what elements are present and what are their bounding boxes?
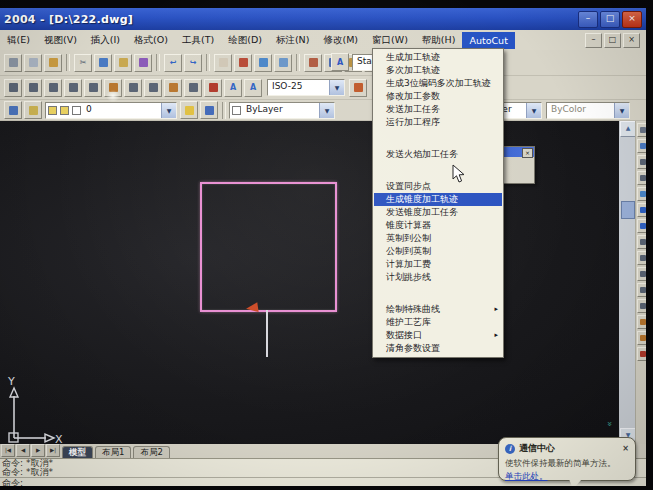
drawn-rectangle[interactable] bbox=[200, 182, 337, 312]
print-icon[interactable] bbox=[4, 54, 22, 72]
tab-next-button[interactable]: ▶ bbox=[31, 444, 45, 457]
menuitem-multipass-toolpath[interactable]: 多次加工轨迹 bbox=[374, 64, 502, 77]
print-preview-icon[interactable] bbox=[24, 54, 42, 72]
find-icon[interactable] bbox=[304, 54, 322, 72]
dim-baseline-icon[interactable] bbox=[124, 79, 142, 97]
scroll-up-button[interactable]: ▲ bbox=[620, 121, 636, 137]
pan-realtime-icon[interactable] bbox=[214, 54, 232, 72]
array-icon[interactable] bbox=[637, 187, 646, 201]
zoom-realtime-icon[interactable] bbox=[234, 54, 252, 72]
mdi-minimize-button[interactable]: – bbox=[585, 33, 602, 48]
layers-icon[interactable] bbox=[24, 101, 42, 119]
menu-draw[interactable]: 绘图(D) bbox=[221, 31, 269, 50]
menuitem-imperial-to-metric[interactable]: 英制到公制 bbox=[374, 232, 502, 245]
explode-icon[interactable] bbox=[637, 347, 646, 361]
menu-autocut[interactable]: AutoCut bbox=[462, 32, 514, 49]
vertical-scrollbar[interactable]: ▲ ▼ bbox=[619, 121, 635, 444]
tab-first-button[interactable]: |◀ bbox=[1, 444, 15, 457]
publish-icon[interactable] bbox=[44, 54, 62, 72]
dim-radius-icon[interactable] bbox=[64, 79, 82, 97]
dim-text-edit-icon[interactable]: A bbox=[244, 79, 262, 97]
menuitem-draw-special-curves[interactable]: 绘制特殊曲线 bbox=[374, 303, 502, 316]
menu-insert[interactable]: 插入(I) bbox=[84, 31, 127, 50]
menu-tools[interactable]: 工具(T) bbox=[175, 31, 221, 50]
menuitem-maintain-process-library[interactable]: 维护工艺库 bbox=[374, 316, 502, 329]
menuitem-data-interface[interactable]: 数据接口 bbox=[374, 329, 502, 342]
menu-view[interactable]: 视图(V) bbox=[37, 31, 84, 50]
text-style-manager-icon[interactable]: A bbox=[331, 53, 349, 71]
layer-previous-icon[interactable] bbox=[200, 101, 218, 119]
make-object-layer-current-icon[interactable] bbox=[180, 101, 198, 119]
dim-aligned-icon[interactable] bbox=[24, 79, 42, 97]
cut-icon[interactable]: ✂ bbox=[74, 54, 92, 72]
tray-chevron-icon[interactable]: » bbox=[604, 418, 616, 431]
menu-modify[interactable]: 修改(M) bbox=[316, 31, 365, 50]
dim-linear-icon[interactable] bbox=[4, 79, 22, 97]
menuitem-plan-jump-line[interactable]: 计划跳步线 bbox=[374, 271, 502, 284]
minimize-button[interactable]: – bbox=[578, 11, 598, 28]
chevron-down-icon[interactable]: ▼ bbox=[329, 80, 344, 95]
menuitem-corner-cleanup-params[interactable]: 清角参数设置 bbox=[374, 342, 502, 355]
menuitem-metric-to-imperial[interactable]: 公制到英制 bbox=[374, 245, 502, 258]
balloon-close-icon[interactable]: × bbox=[622, 444, 629, 453]
menu-help[interactable]: 帮助(H) bbox=[415, 31, 463, 50]
menuitem-taper-calculator[interactable]: 锥度计算器 bbox=[374, 219, 502, 232]
dim-continue-icon[interactable] bbox=[144, 79, 162, 97]
menu-edit[interactable]: 辑(E) bbox=[0, 31, 37, 50]
move-icon[interactable] bbox=[637, 203, 646, 217]
copy-icon[interactable] bbox=[94, 54, 112, 72]
tab-layout2[interactable]: 布局2 bbox=[133, 446, 169, 458]
dim-angular-icon[interactable] bbox=[84, 79, 102, 97]
scrollbar-thumb[interactable] bbox=[621, 201, 635, 219]
menuitem-send-machining-job[interactable]: 发送加工任务 bbox=[374, 103, 502, 116]
menu-window[interactable]: 窗口(W) bbox=[365, 31, 415, 50]
menuitem-generate-toolpath[interactable]: 生成加工轨迹 bbox=[374, 51, 502, 64]
tolerance-icon[interactable] bbox=[184, 79, 202, 97]
menu-format[interactable]: 格式(O) bbox=[127, 31, 175, 50]
dim-update-icon[interactable] bbox=[349, 79, 367, 97]
zoom-previous-icon[interactable] bbox=[274, 54, 292, 72]
balloon-link[interactable]: 单击此处。 bbox=[505, 471, 629, 483]
quick-dimension-icon[interactable] bbox=[104, 79, 122, 97]
restore-button[interactable]: □ bbox=[600, 11, 620, 28]
menuitem-generate-taper-toolpath[interactable]: 生成锥度加工轨迹 bbox=[374, 193, 502, 206]
chevron-down-icon[interactable]: ▼ bbox=[614, 103, 629, 118]
tab-last-button[interactable]: ▶| bbox=[46, 444, 60, 457]
chevron-down-icon[interactable]: ▼ bbox=[319, 103, 334, 118]
mdi-restore-button[interactable]: □ bbox=[604, 33, 621, 48]
undo-icon[interactable]: ↩ bbox=[164, 54, 182, 72]
menuitem-modify-machining-params[interactable]: 修改加工参数 bbox=[374, 90, 502, 103]
chevron-down-icon[interactable]: ▼ bbox=[161, 103, 176, 118]
menuitem-run-machining-program[interactable]: 运行加工程序 bbox=[374, 116, 502, 129]
center-mark-icon[interactable] bbox=[204, 79, 222, 97]
match-properties-icon[interactable] bbox=[134, 54, 152, 72]
layer-combo[interactable]: 0 ▼ bbox=[45, 102, 177, 119]
menuitem-send-taper-job[interactable]: 发送锥度加工任务 bbox=[374, 206, 502, 219]
stretch-icon[interactable] bbox=[637, 251, 646, 265]
rotate-icon[interactable] bbox=[637, 219, 646, 233]
copy-object-icon[interactable] bbox=[637, 139, 646, 153]
dim-ordinate-icon[interactable] bbox=[44, 79, 62, 97]
menuitem-calculate-cost[interactable]: 计算加工费 bbox=[374, 258, 502, 271]
break-icon[interactable] bbox=[637, 299, 646, 313]
scale-icon[interactable] bbox=[637, 235, 646, 249]
offset-icon[interactable] bbox=[637, 171, 646, 185]
mdi-close-button[interactable]: × bbox=[623, 33, 640, 48]
tab-model[interactable]: 模型 bbox=[62, 446, 93, 458]
mirror-icon[interactable] bbox=[637, 155, 646, 169]
menuitem-set-sync-point[interactable]: 设置同步点 bbox=[374, 180, 502, 193]
chamfer-icon[interactable] bbox=[637, 315, 646, 329]
dim-style-combo[interactable]: ISO-25 ▼ bbox=[267, 79, 345, 96]
menu-dimension[interactable]: 标注(N) bbox=[269, 31, 317, 50]
close-button[interactable]: × bbox=[622, 11, 642, 28]
color-combo[interactable]: ByLayer ▼ bbox=[229, 102, 335, 119]
paste-icon[interactable] bbox=[114, 54, 132, 72]
close-icon[interactable]: × bbox=[522, 148, 533, 158]
tab-prev-button[interactable]: ◀ bbox=[16, 444, 30, 457]
quick-leader-icon[interactable] bbox=[164, 79, 182, 97]
zoom-window-icon[interactable] bbox=[254, 54, 272, 72]
erase-icon[interactable] bbox=[637, 123, 646, 137]
chevron-down-icon[interactable]: ▼ bbox=[526, 103, 541, 118]
menuitem-3digit-multipass-toolpath[interactable]: 生成3位编码多次加工轨迹 bbox=[374, 77, 502, 90]
trim-icon[interactable] bbox=[637, 267, 646, 281]
